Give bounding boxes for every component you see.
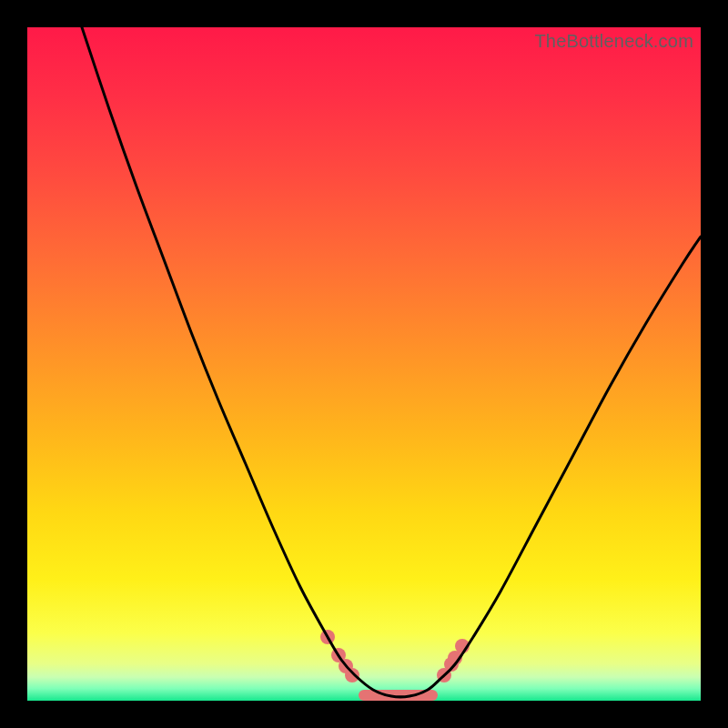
watermark-text: TheBottleneck.com — [534, 31, 693, 52]
bottleneck-curve — [82, 27, 701, 697]
plot-area: TheBottleneck.com — [27, 27, 701, 701]
outer-frame: TheBottleneck.com — [0, 0, 728, 728]
highlight-dot — [345, 668, 359, 682]
chart-svg — [27, 27, 701, 701]
